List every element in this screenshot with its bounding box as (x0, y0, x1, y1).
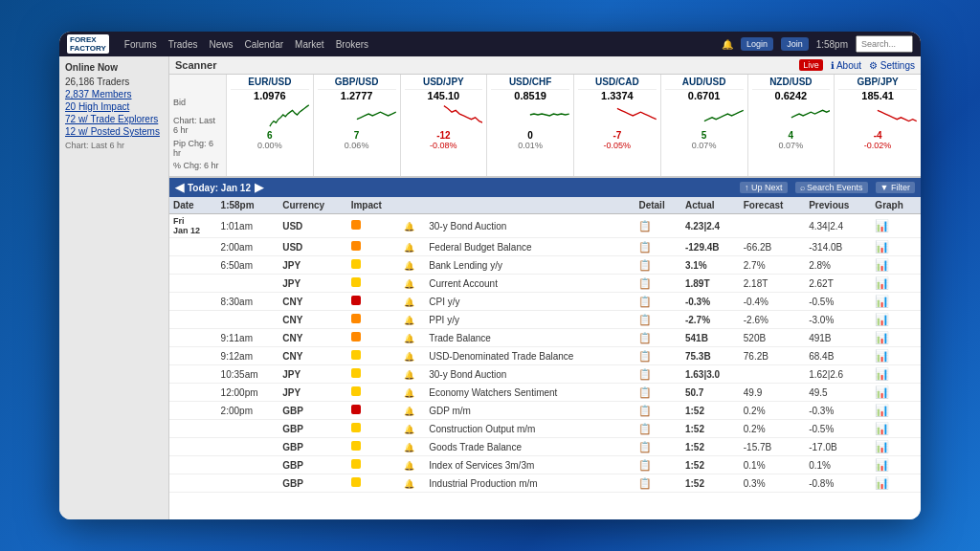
impact-indicator (351, 314, 361, 323)
col-event-cell[interactable]: PPI y/y (425, 311, 635, 329)
about-button[interactable]: ℹ About (831, 60, 861, 71)
nav-brokers[interactable]: Brokers (336, 39, 368, 50)
col-previous-cell: -3.0% (805, 311, 871, 329)
col-event-cell[interactable]: CPI y/y (425, 293, 635, 311)
table-row[interactable]: 10:35am JPY 🔔 30-y Bond Auction 📋 1.63|3… (169, 365, 921, 384)
col-bell-cell: 🔔 (400, 329, 425, 347)
bell-icon: 🔔 (404, 222, 414, 231)
col-event-cell[interactable]: Index of Services 3m/3m (425, 456, 635, 474)
up-next-button[interactable]: ↑ Up Next (740, 182, 788, 193)
pair-col-USDCAD[interactable]: USD/CAD 1.3374 -7 -0.05% (574, 75, 661, 176)
col-previous-cell: -0.5% (805, 293, 871, 311)
col-previous-cell: 4.34|2.4 (805, 214, 871, 238)
pair-col-AUDUSD[interactable]: AUD/USD 0.6701 5 0.07% (661, 75, 748, 176)
graph-icon: 📊 (875, 476, 889, 490)
col-bell-cell: 🔔 (400, 238, 425, 256)
pair-pct: 0.00% (231, 141, 309, 150)
settings-button[interactable]: ⚙ Settings (869, 60, 915, 71)
pair-col-NZDUSD[interactable]: NZD/USD 0.6242 4 0.07% (748, 75, 835, 176)
col-event-cell[interactable]: Trade Balance (425, 329, 635, 347)
nav-news[interactable]: News (209, 39, 233, 50)
pair-name: GBP/USD (318, 77, 396, 90)
col-time-cell (217, 474, 279, 493)
col-previous-cell: -0.5% (805, 420, 871, 438)
table-row[interactable]: 2:00am USD 🔔 Federal Budget Balance 📋 -1… (169, 238, 921, 256)
table-row[interactable]: JPY 🔔 Current Account 📋 1.89T 2.18T 2.62… (169, 275, 921, 293)
pair-price: 0.6701 (665, 90, 744, 101)
content-area: Scanner Live ℹ About ⚙ Settings Bid Char… (169, 56, 921, 519)
col-event-cell[interactable]: 30-y Bond Auction (425, 214, 635, 238)
nav-trades[interactable]: Trades (168, 39, 198, 50)
col-currency-cell: CNY (278, 311, 346, 329)
col-time-cell: 1:01am (217, 214, 279, 238)
nav-forums[interactable]: Forums (124, 39, 157, 50)
col-bell-cell: 🔔 (400, 384, 425, 402)
cal-prev-button[interactable]: ◀ (175, 181, 184, 194)
table-row[interactable]: 12:00pm JPY 🔔 Economy Watchers Sentiment… (169, 384, 921, 402)
pair-col-EURUSD[interactable]: EUR/USD 1.0976 6 0.00% (227, 75, 314, 176)
search-input[interactable] (856, 35, 913, 53)
table-row[interactable]: CNY 🔔 PPI y/y 📋 -2.7% -2.6% -3.0% 📊 (169, 311, 921, 329)
filter-button[interactable]: ▼ Filter (876, 182, 915, 193)
table-row[interactable]: 6:50am JPY 🔔 Bank Lending y/y 📋 3.1% 2.7… (169, 256, 921, 275)
col-event-cell[interactable]: Bank Lending y/y (425, 256, 635, 275)
col-actual-cell: 50.7 (681, 384, 740, 402)
col-event-cell[interactable]: Goods Trade Balance (425, 438, 635, 456)
sidebar-members-link[interactable]: 2,837 Members (65, 89, 163, 99)
nav-market[interactable]: Market (295, 39, 324, 50)
cal-controls: ↑ Up Next ⌕ Search Events ▼ Filter (740, 182, 915, 193)
login-button[interactable]: Login (741, 37, 773, 51)
pair-name: AUD/USD (665, 77, 744, 90)
cal-next-button[interactable]: ▶ (255, 181, 263, 194)
bell-icon: 🔔 (404, 316, 414, 325)
sidebar-high-impact-link[interactable]: 20 High Impact (65, 101, 163, 112)
sidebar-systems-link[interactable]: 12 w/ Posted Systems (65, 126, 163, 137)
col-forecast-cell: -0.4% (740, 293, 805, 311)
table-row[interactable]: GBP 🔔 Construction Output m/m 📋 1:52 0.2… (169, 420, 921, 438)
col-event-cell[interactable]: Federal Budget Balance (425, 238, 635, 256)
sidebar-explorers-link[interactable]: 72 w/ Trade Explorers (65, 114, 163, 124)
col-time-cell: 2:00pm (217, 402, 279, 420)
pair-col-GBPJPY[interactable]: GBP/JPY 185.41 -4 -0.02% (835, 75, 921, 176)
col-event-cell[interactable]: Current Account (425, 275, 635, 293)
table-row[interactable]: GBP 🔔 Industrial Production m/m 📋 1:52 0… (169, 474, 921, 493)
pair-name: USD/CAD (578, 77, 657, 90)
pair-pip: 0 (491, 130, 569, 141)
graph-icon: 📊 (875, 440, 889, 453)
table-row[interactable]: 2:00pm GBP 🔔 GDP m/m 📋 1:52 0.2% -0.3% 📊 (169, 402, 921, 420)
impact-indicator (351, 332, 361, 342)
table-row[interactable]: 9:11am CNY 🔔 Trade Balance 📋 541B 520B 4… (169, 329, 921, 347)
col-forecast-cell: 49.9 (740, 384, 805, 402)
nav-calendar[interactable]: Calendar (244, 39, 283, 50)
graph-icon: 📊 (875, 240, 889, 253)
table-row[interactable]: 9:12am CNY 🔔 USD-Denominated Trade Balan… (169, 347, 921, 365)
table-row[interactable]: GBP 🔔 Index of Services 3m/3m 📋 1:52 0.1… (169, 456, 921, 474)
search-events-button[interactable]: ⌕ Search Events (795, 182, 868, 193)
col-actual-cell: 1:52 (681, 438, 740, 456)
col-event-cell[interactable]: Industrial Production m/m (425, 474, 635, 493)
pair-col-USDCHF[interactable]: USD/CHF 0.8519 0 0.01% (487, 75, 574, 176)
table-row[interactable]: FriJan 12 1:01am USD 🔔 30-y Bond Auction… (169, 214, 921, 238)
pair-col-GBPUSD[interactable]: GBP/USD 1.2777 7 0.06% (314, 75, 401, 176)
col-impact-cell (347, 214, 400, 238)
pair-price: 145.10 (405, 90, 483, 101)
col-impact-cell (347, 402, 400, 420)
col-event-cell[interactable]: 30-y Bond Auction (425, 365, 635, 384)
col-forecast-cell: 0.2% (740, 402, 805, 420)
table-row[interactable]: GBP 🔔 Goods Trade Balance 📋 1:52 -15.7B … (169, 438, 921, 456)
col-impact-cell (347, 329, 400, 347)
col-event-cell[interactable]: Economy Watchers Sentiment (425, 384, 635, 402)
sidebar: Online Now 26,186 Traders 2,837 Members … (59, 56, 169, 519)
join-button[interactable]: Join (781, 37, 809, 51)
pair-chart (491, 101, 569, 130)
pair-col-USDJPY[interactable]: USD/JPY 145.10 -12 -0.08% (401, 75, 488, 176)
detail-icon: 📋 (638, 405, 652, 416)
impact-indicator (351, 368, 361, 378)
table-row[interactable]: 8:30am CNY 🔔 CPI y/y 📋 -0.3% -0.4% -0.5%… (169, 293, 921, 311)
pair-pct: 0.07% (752, 141, 831, 150)
col-event-cell[interactable]: USD-Denominated Trade Balance (425, 347, 635, 365)
col-event-cell[interactable]: GDP m/m (425, 402, 635, 420)
col-graph-cell: 📊 (871, 438, 921, 456)
col-date-cell (169, 238, 217, 256)
col-event-cell[interactable]: Construction Output m/m (425, 420, 635, 438)
